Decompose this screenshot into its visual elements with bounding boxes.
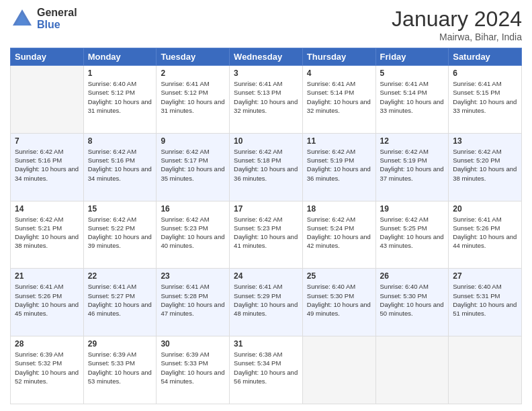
day-info: Sunrise: 6:40 AMSunset: 5:31 PMDaylight:…	[453, 282, 517, 318]
location-subtitle: Mairwa, Bihar, India	[392, 32, 522, 42]
calendar-cell: 22Sunrise: 6:41 AMSunset: 5:27 PMDayligh…	[83, 269, 157, 336]
day-number: 30	[161, 339, 225, 349]
day-number: 17	[234, 204, 298, 214]
header-row: SundayMondayTuesdayWednesdayThursdayFrid…	[11, 48, 522, 66]
day-number: 23	[161, 271, 225, 281]
calendar-cell: 3Sunrise: 6:41 AMSunset: 5:13 PMDaylight…	[230, 66, 303, 134]
calendar-cell	[449, 336, 522, 404]
calendar-cell: 26Sunrise: 6:40 AMSunset: 5:30 PMDayligh…	[375, 269, 449, 336]
calendar-cell: 4Sunrise: 6:41 AMSunset: 5:14 PMDaylight…	[302, 66, 375, 134]
day-info: Sunrise: 6:42 AMSunset: 5:18 PMDaylight:…	[234, 147, 298, 183]
day-number: 15	[88, 204, 152, 214]
day-number: 5	[380, 68, 445, 78]
day-info: Sunrise: 6:42 AMSunset: 5:22 PMDaylight:…	[88, 215, 152, 250]
week-row: 21Sunrise: 6:41 AMSunset: 5:26 PMDayligh…	[11, 269, 522, 336]
day-number: 12	[380, 136, 445, 146]
day-number: 27	[453, 271, 517, 281]
day-number: 21	[15, 271, 79, 281]
day-number: 6	[453, 68, 517, 78]
logo-text: General Blue	[37, 7, 77, 30]
day-info: Sunrise: 6:38 AMSunset: 5:34 PMDaylight:…	[234, 350, 298, 385]
day-number: 22	[88, 271, 152, 281]
day-info: Sunrise: 6:41 AMSunset: 5:15 PMDaylight:…	[453, 79, 517, 115]
calendar-cell	[375, 336, 449, 404]
col-header-sunday: Sunday	[11, 48, 84, 66]
calendar-cell: 29Sunrise: 6:39 AMSunset: 5:33 PMDayligh…	[83, 336, 157, 404]
title-block: January 2024 Mairwa, Bihar, India	[392, 7, 522, 42]
day-number: 1	[88, 68, 152, 78]
day-number: 29	[88, 339, 152, 349]
day-number: 9	[161, 136, 225, 146]
calendar-cell: 28Sunrise: 6:39 AMSunset: 5:32 PMDayligh…	[11, 336, 84, 404]
day-number: 10	[234, 136, 298, 146]
calendar-cell: 24Sunrise: 6:41 AMSunset: 5:29 PMDayligh…	[230, 269, 303, 336]
day-info: Sunrise: 6:41 AMSunset: 5:13 PMDaylight:…	[234, 79, 298, 115]
logo-general-text: General	[37, 7, 77, 19]
day-info: Sunrise: 6:41 AMSunset: 5:29 PMDaylight:…	[234, 282, 298, 318]
day-info: Sunrise: 6:42 AMSunset: 5:19 PMDaylight:…	[307, 147, 371, 183]
calendar-cell: 12Sunrise: 6:42 AMSunset: 5:19 PMDayligh…	[375, 133, 449, 201]
day-info: Sunrise: 6:42 AMSunset: 5:23 PMDaylight:…	[161, 215, 225, 250]
day-info: Sunrise: 6:42 AMSunset: 5:25 PMDaylight:…	[380, 215, 445, 250]
week-row: 28Sunrise: 6:39 AMSunset: 5:32 PMDayligh…	[11, 336, 522, 404]
day-number: 19	[380, 204, 445, 214]
day-number: 3	[234, 68, 298, 78]
day-number: 7	[15, 136, 79, 146]
calendar-cell: 21Sunrise: 6:41 AMSunset: 5:26 PMDayligh…	[11, 269, 84, 336]
day-info: Sunrise: 6:42 AMSunset: 5:16 PMDaylight:…	[15, 147, 79, 183]
day-info: Sunrise: 6:41 AMSunset: 5:12 PMDaylight:…	[161, 79, 225, 115]
day-number: 25	[307, 271, 371, 281]
calendar-cell: 7Sunrise: 6:42 AMSunset: 5:16 PMDaylight…	[11, 133, 84, 201]
day-number: 8	[88, 136, 152, 146]
week-row: 1Sunrise: 6:40 AMSunset: 5:12 PMDaylight…	[11, 66, 522, 134]
calendar-cell	[302, 336, 375, 404]
day-info: Sunrise: 6:39 AMSunset: 5:33 PMDaylight:…	[161, 350, 225, 385]
day-info: Sunrise: 6:40 AMSunset: 5:30 PMDaylight:…	[307, 282, 371, 318]
header: General Blue January 2024 Mairwa, Bihar,…	[10, 7, 522, 42]
day-info: Sunrise: 6:41 AMSunset: 5:14 PMDaylight:…	[380, 79, 445, 115]
calendar-cell: 20Sunrise: 6:41 AMSunset: 5:26 PMDayligh…	[449, 201, 522, 269]
calendar-cell: 25Sunrise: 6:40 AMSunset: 5:30 PMDayligh…	[302, 269, 375, 336]
calendar-cell: 31Sunrise: 6:38 AMSunset: 5:34 PMDayligh…	[230, 336, 303, 404]
day-number: 4	[307, 68, 371, 78]
day-info: Sunrise: 6:40 AMSunset: 5:12 PMDaylight:…	[88, 79, 152, 115]
calendar-cell: 17Sunrise: 6:42 AMSunset: 5:23 PMDayligh…	[230, 201, 303, 269]
day-number: 26	[380, 271, 445, 281]
day-info: Sunrise: 6:42 AMSunset: 5:24 PMDaylight:…	[307, 215, 371, 250]
calendar-cell: 2Sunrise: 6:41 AMSunset: 5:12 PMDaylight…	[157, 66, 230, 134]
day-number: 20	[453, 204, 517, 214]
day-info: Sunrise: 6:42 AMSunset: 5:17 PMDaylight:…	[161, 147, 225, 183]
calendar-cell: 9Sunrise: 6:42 AMSunset: 5:17 PMDaylight…	[157, 133, 230, 201]
calendar-cell: 16Sunrise: 6:42 AMSunset: 5:23 PMDayligh…	[157, 201, 230, 269]
calendar-cell: 30Sunrise: 6:39 AMSunset: 5:33 PMDayligh…	[157, 336, 230, 404]
logo-blue-text: Blue	[37, 19, 77, 31]
calendar-cell: 19Sunrise: 6:42 AMSunset: 5:25 PMDayligh…	[375, 201, 449, 269]
calendar-cell: 5Sunrise: 6:41 AMSunset: 5:14 PMDaylight…	[375, 66, 449, 134]
calendar-cell	[11, 66, 84, 134]
calendar-cell: 6Sunrise: 6:41 AMSunset: 5:15 PMDaylight…	[449, 66, 522, 134]
day-info: Sunrise: 6:39 AMSunset: 5:32 PMDaylight:…	[15, 350, 79, 385]
col-header-friday: Friday	[375, 48, 449, 66]
day-info: Sunrise: 6:41 AMSunset: 5:14 PMDaylight:…	[307, 79, 371, 115]
day-info: Sunrise: 6:41 AMSunset: 5:26 PMDaylight:…	[453, 215, 517, 250]
col-header-thursday: Thursday	[302, 48, 375, 66]
calendar-table: SundayMondayTuesdayWednesdayThursdayFrid…	[10, 48, 522, 404]
logo-icon	[10, 7, 34, 31]
day-info: Sunrise: 6:39 AMSunset: 5:33 PMDaylight:…	[88, 350, 152, 385]
day-number: 24	[234, 271, 298, 281]
calendar-cell: 14Sunrise: 6:42 AMSunset: 5:21 PMDayligh…	[11, 201, 84, 269]
day-number: 14	[15, 204, 79, 214]
day-info: Sunrise: 6:41 AMSunset: 5:27 PMDaylight:…	[88, 282, 152, 318]
day-number: 31	[234, 339, 298, 349]
day-number: 11	[307, 136, 371, 146]
calendar-cell: 1Sunrise: 6:40 AMSunset: 5:12 PMDaylight…	[83, 66, 157, 134]
week-row: 7Sunrise: 6:42 AMSunset: 5:16 PMDaylight…	[11, 133, 522, 201]
col-header-saturday: Saturday	[449, 48, 522, 66]
logo: General Blue	[10, 7, 77, 31]
calendar-cell: 11Sunrise: 6:42 AMSunset: 5:19 PMDayligh…	[302, 133, 375, 201]
calendar-cell: 15Sunrise: 6:42 AMSunset: 5:22 PMDayligh…	[83, 201, 157, 269]
calendar-cell: 27Sunrise: 6:40 AMSunset: 5:31 PMDayligh…	[449, 269, 522, 336]
day-info: Sunrise: 6:42 AMSunset: 5:21 PMDaylight:…	[15, 215, 79, 250]
page: General Blue January 2024 Mairwa, Bihar,…	[0, 0, 532, 411]
calendar-cell: 8Sunrise: 6:42 AMSunset: 5:16 PMDaylight…	[83, 133, 157, 201]
